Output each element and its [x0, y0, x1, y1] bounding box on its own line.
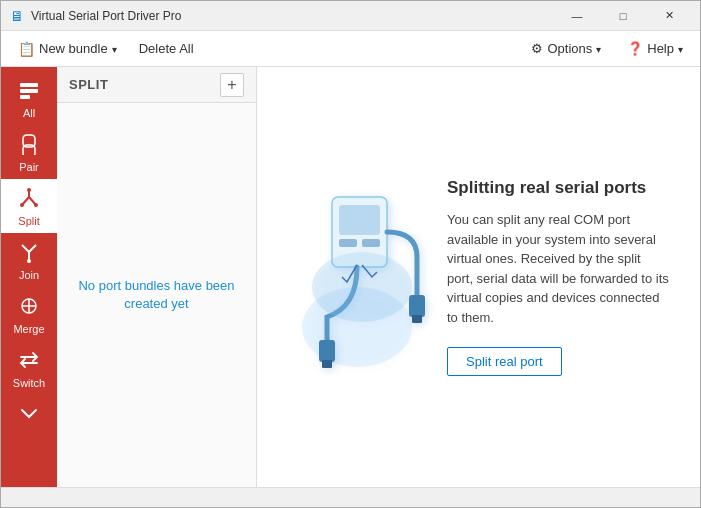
- help-label: Help: [647, 41, 674, 56]
- merge-icon: [18, 295, 40, 320]
- all-label: All: [23, 107, 35, 119]
- new-bundle-chevron: [112, 41, 117, 56]
- titlebar: 🖥 Virtual Serial Port Driver Pro — □ ✕: [1, 1, 700, 31]
- window-controls: — □ ✕: [554, 1, 692, 31]
- new-bundle-icon: 📋: [18, 41, 35, 57]
- split-icon: [18, 187, 40, 212]
- pair-label: Pair: [19, 161, 39, 173]
- toolbar: 📋 New bundle Delete All ⚙ Options ❓ Help: [1, 31, 700, 67]
- statusbar: [1, 487, 700, 507]
- options-button[interactable]: ⚙ Options: [522, 36, 610, 61]
- sidebar-item-more[interactable]: [1, 395, 57, 429]
- add-bundle-button[interactable]: +: [220, 73, 244, 97]
- content-description: You can split any real COM port availabl…: [447, 210, 670, 327]
- empty-message: No port bundles have been created yet: [77, 277, 236, 313]
- svg-rect-18: [339, 205, 380, 235]
- all-icon: [18, 79, 40, 104]
- svg-rect-0: [20, 83, 38, 87]
- split-real-port-button[interactable]: Split real port: [447, 347, 562, 376]
- options-chevron: [596, 41, 601, 56]
- close-button[interactable]: ✕: [646, 1, 692, 31]
- svg-point-7: [20, 203, 24, 207]
- sidebar-nav: All Pair: [1, 67, 57, 487]
- merge-label: Merge: [13, 323, 44, 335]
- svg-point-12: [27, 259, 31, 263]
- svg-rect-19: [339, 239, 357, 247]
- svg-point-8: [34, 203, 38, 207]
- svg-point-6: [27, 188, 31, 192]
- options-label: Options: [547, 41, 592, 56]
- svg-line-10: [29, 245, 36, 252]
- maximize-button[interactable]: □: [600, 1, 646, 31]
- sidebar-item-merge[interactable]: Merge: [1, 287, 57, 341]
- sidebar-item-pair[interactable]: Pair: [1, 125, 57, 179]
- content-panel: Splitting real serial ports You can spli…: [257, 67, 700, 487]
- delete-all-label: Delete All: [139, 41, 194, 56]
- new-bundle-label: New bundle: [39, 41, 108, 56]
- content-title: Splitting real serial ports: [447, 178, 670, 198]
- svg-point-25: [312, 252, 412, 322]
- join-icon: [18, 241, 40, 266]
- main-content: All Pair: [1, 67, 700, 487]
- switch-label: Switch: [13, 377, 45, 389]
- text-area: Splitting real serial ports You can spli…: [447, 178, 670, 376]
- switch-icon: [18, 349, 40, 374]
- app-icon: 🖥: [9, 8, 25, 24]
- window-title: Virtual Serial Port Driver Pro: [31, 9, 554, 23]
- help-icon: ❓: [627, 41, 643, 56]
- delete-all-button[interactable]: Delete All: [130, 36, 203, 61]
- help-chevron: [678, 41, 683, 56]
- split-illustration: [287, 177, 427, 357]
- svg-line-9: [22, 245, 29, 252]
- options-icon: ⚙: [531, 41, 543, 56]
- main-window: 🖥 Virtual Serial Port Driver Pro — □ ✕ 📋…: [0, 0, 701, 508]
- join-label: Join: [19, 269, 39, 281]
- new-bundle-button[interactable]: 📋 New bundle: [9, 36, 126, 62]
- sidebar-item-join[interactable]: Join: [1, 233, 57, 287]
- panel-empty: No port bundles have been created yet: [57, 103, 256, 487]
- svg-rect-1: [20, 89, 38, 93]
- svg-rect-22: [412, 315, 422, 323]
- svg-rect-23: [319, 340, 335, 362]
- sidebar-item-all[interactable]: All: [1, 71, 57, 125]
- toolbar-right: ⚙ Options ❓ Help: [522, 36, 692, 61]
- illustration-area: Splitting real serial ports You can spli…: [287, 177, 670, 377]
- more-icon: [20, 403, 38, 423]
- minimize-button[interactable]: —: [554, 1, 600, 31]
- panel-title: SPLIT: [69, 77, 220, 92]
- svg-rect-20: [362, 239, 380, 247]
- pair-icon: [18, 133, 40, 158]
- help-button[interactable]: ❓ Help: [618, 36, 692, 61]
- split-label: Split: [18, 215, 39, 227]
- middle-panel: SPLIT + No port bundles have been create…: [57, 67, 257, 487]
- sidebar-item-switch[interactable]: Switch: [1, 341, 57, 395]
- sidebar-item-split[interactable]: Split: [1, 179, 57, 233]
- svg-rect-2: [20, 95, 30, 99]
- svg-rect-24: [322, 360, 332, 368]
- panel-header: SPLIT +: [57, 67, 256, 103]
- svg-rect-21: [409, 295, 425, 317]
